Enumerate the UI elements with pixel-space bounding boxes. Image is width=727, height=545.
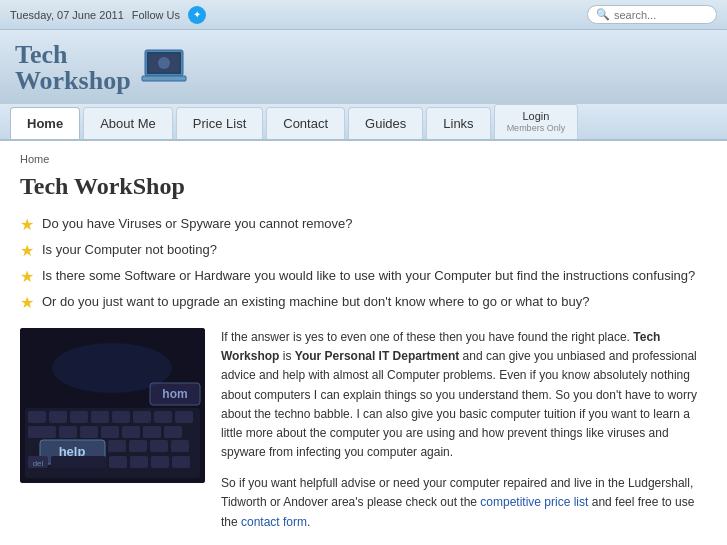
svg-rect-7	[28, 411, 46, 423]
tagline: Your Personal IT Department	[295, 349, 459, 363]
star-icon-3: ★	[20, 267, 34, 286]
svg-rect-2	[142, 76, 186, 81]
logo-text: Tech Workshop	[15, 42, 131, 94]
search-box[interactable]: 🔍	[587, 5, 717, 24]
follow-us-label: Follow Us	[132, 9, 180, 21]
bullet-text-1: Do you have Viruses or Spyware you canno…	[42, 216, 352, 231]
bullet-item-1: ★ Do you have Viruses or Spyware you can…	[20, 216, 707, 234]
nav-tab-about[interactable]: About Me	[83, 107, 173, 139]
contact-form-link[interactable]: contact form	[241, 515, 307, 529]
nav-bar: Home About Me Price List Contact Guides …	[0, 104, 727, 141]
svg-rect-26	[150, 440, 168, 452]
bullet-item-4: ★ Or do you just want to upgrade an exis…	[20, 294, 707, 312]
content-section: help hom del	[20, 328, 707, 544]
star-icon-1: ★	[20, 215, 34, 234]
logo-line1: Tech	[15, 42, 131, 68]
svg-rect-19	[122, 426, 140, 438]
paragraph-2: So if you want helpfull advise or need y…	[221, 474, 707, 532]
svg-rect-21	[164, 426, 182, 438]
svg-text:hom: hom	[162, 387, 187, 401]
content-text: If the answer is yes to even one of thes…	[221, 328, 707, 544]
svg-rect-34	[130, 456, 148, 468]
search-input[interactable]	[614, 9, 708, 21]
svg-rect-13	[154, 411, 172, 423]
main-content: Home Tech WorkShop ★ Do you have Viruses…	[0, 141, 727, 545]
nav-tab-guides[interactable]: Guides	[348, 107, 423, 139]
svg-rect-12	[133, 411, 151, 423]
logo-container: Tech Workshop	[15, 42, 195, 104]
twitter-icon[interactable]: ✦	[188, 6, 206, 24]
bullet-text-2: Is your Computer not booting?	[42, 242, 217, 257]
svg-rect-20	[143, 426, 161, 438]
svg-text:del: del	[33, 459, 44, 468]
svg-rect-10	[91, 411, 109, 423]
svg-rect-33	[109, 456, 127, 468]
nav-tab-links[interactable]: Links	[426, 107, 490, 139]
svg-rect-14	[175, 411, 193, 423]
breadcrumb: Home	[20, 153, 707, 165]
svg-rect-8	[49, 411, 67, 423]
svg-rect-25	[129, 440, 147, 452]
bullet-list: ★ Do you have Viruses or Spyware you can…	[20, 216, 707, 312]
svg-rect-9	[70, 411, 88, 423]
members-only-label: Members Only	[507, 123, 566, 134]
bullet-item-3: ★ Is there some Software or Hardware you…	[20, 268, 707, 286]
svg-rect-15	[28, 426, 56, 438]
laptop-icon	[140, 48, 195, 88]
svg-point-37	[52, 343, 172, 393]
svg-rect-36	[172, 456, 190, 468]
page-title: Tech WorkShop	[20, 173, 707, 200]
star-icon-2: ★	[20, 241, 34, 260]
bullet-text-4: Or do you just want to upgrade an existi…	[42, 294, 589, 309]
nav-tab-pricelist[interactable]: Price List	[176, 107, 263, 139]
bullet-item-2: ★ Is your Computer not booting?	[20, 242, 707, 260]
nav-tab-contact[interactable]: Contact	[266, 107, 345, 139]
star-icon-4: ★	[20, 293, 34, 312]
svg-rect-35	[151, 456, 169, 468]
date-label: Tuesday, 07 June 2011	[10, 9, 124, 21]
svg-rect-32	[51, 456, 106, 468]
svg-rect-18	[101, 426, 119, 438]
svg-rect-11	[112, 411, 130, 423]
nav-tab-home[interactable]: Home	[10, 107, 80, 139]
svg-rect-27	[171, 440, 189, 452]
bullet-text-3: Is there some Software or Hardware you w…	[42, 268, 695, 283]
svg-rect-16	[59, 426, 77, 438]
search-icon: 🔍	[596, 8, 610, 21]
paragraph-1: If the answer is yes to even one of thes…	[221, 328, 707, 462]
logo-line2: Workshop	[15, 68, 131, 94]
svg-rect-17	[80, 426, 98, 438]
svg-point-4	[158, 57, 170, 69]
top-bar: Tuesday, 07 June 2011 Follow Us ✦ 🔍	[0, 0, 727, 30]
top-bar-left: Tuesday, 07 June 2011 Follow Us ✦	[10, 6, 206, 24]
nav-tab-login[interactable]: LoginMembers Only	[494, 104, 579, 139]
keyboard-image: help hom del	[20, 328, 205, 483]
header: Tech Workshop	[0, 30, 727, 104]
price-list-link[interactable]: competitive price list	[480, 495, 588, 509]
svg-rect-24	[108, 440, 126, 452]
